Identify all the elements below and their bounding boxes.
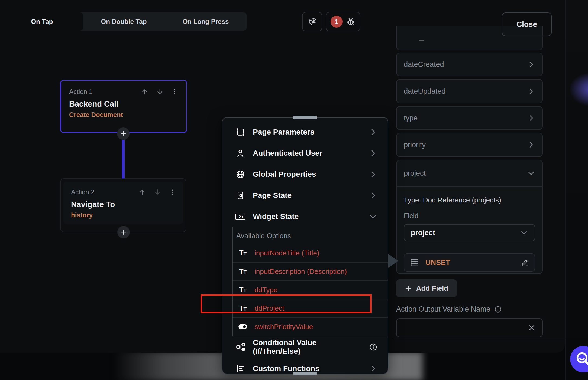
chevron-down-icon: [520, 229, 528, 237]
backdrop-right-strip: [565, 0, 588, 380]
project-type-label: Type: Doc Reference (projects): [404, 196, 535, 204]
truncated-text-fragment: [419, 40, 424, 41]
field-row-type[interactable]: type: [396, 106, 543, 130]
info-icon[interactable]: [369, 343, 377, 351]
plus-icon: [405, 285, 412, 292]
field-row-date-created[interactable]: dateCreated: [396, 53, 543, 76]
chevron-right-icon: [369, 128, 377, 136]
field-label: Field: [404, 212, 535, 220]
unset-value-label: UNSET: [425, 258, 521, 267]
tab-on-tap[interactable]: On Tap: [1, 12, 83, 31]
magnifier-smile-icon: [575, 351, 588, 368]
action-number-label: Action 1: [69, 88, 134, 96]
more-options-icon[interactable]: [171, 88, 178, 96]
available-options-label: Available Options: [233, 227, 388, 244]
page-state-icon: [235, 191, 246, 200]
annotation-highlight-box: [201, 294, 372, 313]
action-title: Backend Call: [69, 100, 178, 109]
database-icon: [410, 258, 419, 267]
chevron-down-icon: [527, 169, 535, 177]
toggle-variable-icon: [237, 323, 249, 330]
text-variable-icon: TT: [237, 267, 249, 276]
action-title: Navigate To: [71, 200, 176, 209]
authenticated-user-icon: [235, 149, 246, 158]
menu-item-global-properties[interactable]: Global Properties: [222, 164, 388, 185]
action-subtitle: history: [71, 211, 176, 219]
drag-handle[interactable]: [293, 372, 317, 375]
chevron-right-icon: [369, 170, 377, 179]
drag-handle[interactable]: [293, 116, 317, 119]
action-number-label: Action 2: [71, 188, 131, 196]
functions-icon: [235, 364, 246, 373]
trigger-tabs: On Tap On Double Tap On Long Press: [1, 12, 247, 31]
action-flow-editor: On Tap On Double Tap On Long Press 1 Clo…: [0, 0, 588, 380]
field-section-project: project Type: Doc Reference (projects) F…: [396, 160, 543, 274]
close-button[interactable]: Close: [502, 12, 552, 36]
conditional-icon: [235, 342, 246, 352]
panel-bottom-edge: [393, 339, 565, 339]
option-input-description[interactable]: TT inputDescription (Description): [233, 263, 388, 281]
menu-item-authenticated-user[interactable]: Authenticated User: [222, 143, 388, 164]
move-up-icon[interactable]: [141, 88, 149, 96]
option-input-node-title[interactable]: TT inputNodeTitle (Title): [233, 244, 388, 263]
field-row-project[interactable]: project: [397, 160, 542, 187]
info-icon[interactable]: [494, 306, 502, 313]
move-up-icon[interactable]: [138, 188, 146, 196]
option-switch-priority-value[interactable]: switchPriotityValue: [233, 318, 388, 336]
move-down-icon[interactable]: [153, 188, 161, 196]
edit-pencil-icon[interactable]: [521, 258, 529, 267]
menu-anchor-pointer: [388, 254, 398, 268]
chevron-down-icon: [369, 212, 377, 221]
add-field-button[interactable]: Add Field: [396, 279, 457, 297]
issues-button[interactable]: 1: [326, 12, 360, 31]
add-action-button[interactable]: [117, 226, 130, 238]
menu-item-page-parameters[interactable]: Page Parameters: [222, 122, 388, 143]
project-field-select[interactable]: project: [404, 224, 535, 241]
tab-on-double-tap[interactable]: On Double Tap: [83, 12, 165, 31]
action-subtitle: Create Document: [69, 111, 178, 119]
chevron-right-icon: [369, 149, 377, 158]
chevron-right-icon: [369, 191, 377, 200]
tab-on-long-press[interactable]: On Long Press: [165, 12, 247, 31]
action-flow-button[interactable]: [302, 12, 322, 31]
field-row-priority[interactable]: priority: [396, 133, 543, 157]
menu-item-page-state[interactable]: Page State: [222, 185, 388, 206]
bug-icon: [346, 17, 356, 27]
chevron-right-icon: [527, 114, 535, 122]
move-down-icon[interactable]: [156, 88, 164, 96]
action-card-navigate[interactable]: Action 2 Navigate To history: [63, 182, 183, 224]
menu-item-conditional-value[interactable]: Conditional Value (If/Then/Else): [222, 336, 388, 358]
menu-item-custom-functions[interactable]: Custom Functions: [222, 358, 388, 379]
chevron-right-icon: [369, 364, 377, 373]
flow-cursor-icon: [307, 17, 317, 27]
error-count-badge: 1: [331, 16, 343, 28]
chevron-right-icon: [527, 141, 535, 149]
add-action-button[interactable]: [117, 127, 130, 140]
page-parameters-icon: [235, 127, 246, 137]
chevron-right-icon: [527, 60, 535, 68]
action-card-backend-call[interactable]: Action 1 Backend Call Create Document: [60, 80, 187, 133]
field-row-date-updated[interactable]: dateUpdated: [396, 79, 543, 103]
clear-icon[interactable]: [528, 324, 536, 332]
chevron-right-icon: [527, 87, 535, 95]
project-value-field[interactable]: UNSET: [404, 253, 535, 272]
text-variable-icon: TT: [237, 286, 249, 294]
text-variable-icon: TT: [237, 249, 249, 257]
globe-icon: [235, 170, 246, 179]
action-output-variable-label: Action Output Variable Name: [396, 305, 502, 313]
menu-item-widget-state[interactable]: -2+ Widget State: [222, 206, 388, 227]
action-card-navigate-container: Action 2 Navigate To history: [60, 178, 186, 232]
action-output-variable-input[interactable]: [396, 318, 543, 337]
widget-state-icon: -2+: [235, 214, 246, 220]
more-options-icon[interactable]: [169, 188, 176, 196]
widget-state-options: Available Options TT inputNodeTitle (Tit…: [232, 227, 388, 336]
set-from-variable-menu: Page Parameters Authenticated User Globa…: [222, 117, 388, 374]
